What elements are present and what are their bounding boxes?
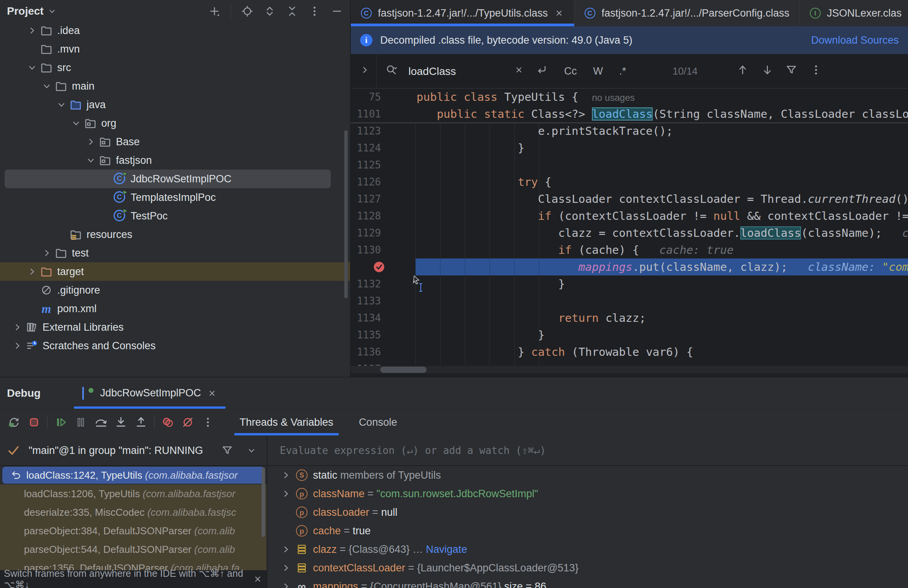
chevron-right-icon[interactable] [281,470,291,481]
tree-item-org[interactable]: org [0,114,350,133]
line-number[interactable]: 1132 [351,278,381,290]
view-breakpoints-icon[interactable] [161,416,174,429]
editor-horizontal-scrollbar[interactable] [351,366,908,374]
mute-breakpoints-icon[interactable] [181,416,194,429]
tree-item-jdbcrowsetimplpoc[interactable]: CJdbcRowSetImplPOC [5,170,331,188]
chevron-right-icon[interactable] [12,322,23,333]
soft-wrap-icon[interactable] [536,64,548,76]
editor-tab-1[interactable]: C fastjson-1.2.47.jar!/.../ParserConfig.… [575,0,800,26]
tree-item-testpoc[interactable]: CTestPoc [0,207,350,225]
chevron-down-icon[interactable] [41,81,52,92]
code-line-1125[interactable]: 1125 [351,156,908,173]
collapse-all-icon[interactable] [286,5,298,17]
tree-item-test[interactable]: test [0,244,350,262]
line-number[interactable]: 1127 [351,193,381,205]
download-sources-link[interactable]: Download Sources [811,34,899,46]
code-line-1135[interactable]: 1135 } [351,326,908,343]
code-line-1126[interactable]: 1126 try { [351,173,908,190]
chevron-right-icon[interactable] [281,544,291,555]
line-number[interactable]: 75 [351,91,381,103]
add-icon[interactable] [208,5,221,17]
close-icon[interactable] [554,8,564,18]
close-icon[interactable] [253,574,263,584]
chevron-right-icon[interactable] [359,65,370,75]
code-line-1128[interactable]: 1128 if (contextClassLoader != null && c… [351,207,908,224]
line-number[interactable]: 1136 [351,346,381,358]
stop-icon[interactable] [27,416,41,429]
resume-icon[interactable] [54,416,67,429]
tree-item-fastjson[interactable]: fastjson [0,151,350,170]
line-number[interactable]: 1124 [351,142,381,154]
chevron-down-icon[interactable] [48,7,57,16]
code-line-1131[interactable]: mappings.put(className, clazz); classNam… [351,258,908,275]
tab-console[interactable]: Console [359,409,397,435]
more-icon[interactable] [810,64,822,76]
frame-item-1[interactable]: loadClass:1206, TypeUtils (com.alibaba.f… [0,484,267,503]
search-toggle-case[interactable]: Cc [564,65,577,77]
close-icon[interactable] [207,388,217,398]
chevron-right-icon[interactable] [41,248,52,258]
search-input[interactable]: loadClass [408,65,456,78]
chevron-right-icon[interactable] [281,581,291,588]
step-out-icon[interactable] [134,416,148,429]
expand-all-icon[interactable] [264,5,276,17]
close-icon[interactable] [514,65,524,75]
line-number[interactable]: 1135 [351,329,381,341]
line-number[interactable]: 1133 [351,295,381,307]
variable-row-0[interactable]: Sstatic members of TypeUtils [267,466,908,484]
code-line-1136[interactable]: 1136 } catch (Throwable var6) { [351,343,908,360]
tree-item-src[interactable]: src [0,58,350,77]
chevron-down-icon[interactable] [85,155,96,166]
chevron-right-icon[interactable] [27,266,37,277]
variable-row-3[interactable]: pcache = true [267,522,908,540]
arrow-up-icon[interactable] [736,64,749,76]
filter-icon[interactable] [785,64,797,76]
step-over-icon[interactable] [94,416,107,429]
code-line-1101[interactable]: 1101 public static Class<?> loadClass(St… [351,105,908,122]
tree-item-scratches-and-consoles[interactable]: Scratches and Consoles [0,336,350,355]
frame-item-0[interactable]: loadClass:1242, TypeUtils (com.alibaba.f… [2,467,264,484]
tree-item-templatesimplpoc[interactable]: CTemplatesImplPoc [0,188,350,207]
tree-item-java[interactable]: java [0,95,350,114]
arrow-down-icon[interactable] [761,64,774,76]
scrollbar-thumb[interactable] [380,367,427,373]
tree-item--gitignore[interactable]: .gitignore [0,281,350,299]
line-number[interactable]: 1128 [351,210,381,222]
code-line-1132[interactable]: 1132 } [351,275,908,292]
line-number[interactable]: 1125 [351,159,381,171]
project-tree-scrollbar[interactable] [344,130,348,298]
debug-session-tab[interactable]: JdbcRowSetImplPOC [78,377,222,409]
frames-scrollbar[interactable] [262,467,265,537]
editor-tab-2[interactable]: I JSONLexer.clas [800,0,908,26]
breakpoint-icon[interactable] [372,260,386,274]
more-icon[interactable] [202,416,214,428]
tree-item-base[interactable]: Base [0,133,350,151]
rerun-icon[interactable] [7,416,20,429]
tree-item-pom-xml[interactable]: mpom.xml [0,299,350,318]
evaluate-expression-input[interactable]: Evaluate expression (↵) or add a watch (… [267,436,908,466]
line-number[interactable]: 1101 [351,108,381,120]
hide-icon[interactable] [331,5,343,17]
code-line-1127[interactable]: 1127 ClassLoader contextClassLoader = Th… [351,190,908,207]
frame-item-4[interactable]: parseObject:544, DefaultJSONParser (com.… [0,540,267,559]
line-number[interactable]: 1126 [351,176,381,188]
chevron-right-icon[interactable] [85,136,96,147]
step-into-icon[interactable] [114,416,128,429]
pause-icon[interactable] [74,416,87,429]
chevron-down-icon[interactable] [27,62,37,73]
filter-icon[interactable] [221,444,233,457]
frame-item-2[interactable]: deserialze:335, MiscCodec (com.alibaba.f… [0,503,267,522]
more-icon[interactable] [308,5,321,17]
chevron-down-icon[interactable] [71,118,82,129]
code-line-1133[interactable]: 1133 [351,292,908,309]
code-line-1124[interactable]: 1124 } [351,139,908,156]
code-line-1130[interactable]: 1130 if (cache) { cache: true [351,241,908,258]
variable-row-1[interactable]: pclassName = "com.sun.rowset.JdbcRowSetI… [267,484,908,503]
chevron-right-icon[interactable] [281,488,291,499]
tree-item-target[interactable]: target [0,262,350,281]
line-number[interactable]: 1123 [351,125,381,137]
code-viewport[interactable]: 1123 e.printStackTrace();1124 }11251126 … [351,122,908,377]
variable-row-6[interactable]: ∞mappings = {ConcurrentHashMap@561} size… [267,577,908,588]
code-line-75[interactable]: 75public class TypeUtils { no usages [351,88,908,105]
tree-item-resources[interactable]: resources [0,225,350,244]
